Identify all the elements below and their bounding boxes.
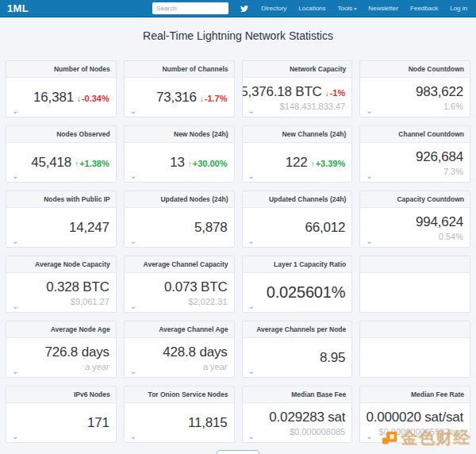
- stat-card-body: 73,316 ↓-1.7% ⌄: [125, 78, 234, 117]
- expand-chevron-icon[interactable]: ⌄: [248, 172, 255, 180]
- stat-card-header: [360, 256, 470, 273]
- stat-value: 66,012: [305, 220, 345, 236]
- change-percent: -1%: [330, 88, 346, 98]
- stat-card-header: Nodes Observed: [6, 126, 116, 143]
- expand-chevron-icon[interactable]: ⌄: [366, 237, 372, 245]
- chevron-down-icon: ▾: [354, 6, 356, 11]
- stat-value: 5,376.18 BTC: [242, 84, 322, 100]
- expand-chevron-icon[interactable]: ⌄: [248, 367, 255, 375]
- stat-card: Node Countdown 983,622 1.6% ⌄: [359, 60, 470, 117]
- stat-value-line: 726.8 days: [45, 344, 109, 360]
- stats-grid: Number of Nodes 16,381 ↓-0.34% ⌄ Number …: [0, 60, 476, 443]
- stat-card-title: Updated Nodes (24h): [160, 195, 228, 203]
- stat-card-body: 66,012 ⌄: [243, 208, 352, 247]
- stat-secondary-value: 1.6%: [443, 102, 463, 111]
- stat-card-body: [360, 273, 470, 312]
- stat-card-body: 5,376.18 BTC ↓-1% $148,431,833.47 ⌄: [243, 78, 352, 117]
- nav-item-directory[interactable]: Directory: [261, 5, 286, 12]
- stat-card: Nodes with Public IP 14,247 ⌄: [6, 190, 117, 248]
- stat-value: 0.029283 sat: [269, 410, 345, 425]
- expand-chevron-icon[interactable]: ⌄: [130, 237, 136, 245]
- stat-change: ↑+3.39%: [311, 159, 346, 168]
- stat-card-title: Nodes Observed: [56, 130, 110, 138]
- stat-card: IPv6 Nodes 171 ⌄: [6, 386, 117, 443]
- stat-value-line: 926,684: [416, 149, 463, 165]
- stat-card-body: 0.328 BTC $9,061.27 ⌄: [6, 273, 116, 312]
- stat-card: Number of Nodes 16,381 ↓-0.34% ⌄: [6, 60, 117, 117]
- expand-chevron-icon[interactable]: ⌄: [366, 107, 372, 115]
- stat-card-title: Average Channels per Node: [256, 325, 346, 333]
- stat-card-header: Median Base Fee: [243, 387, 352, 403]
- stat-card-body: 983,622 1.6% ⌄: [360, 78, 470, 117]
- stat-value: 5,878: [194, 220, 228, 236]
- expand-chevron-icon[interactable]: ⌄: [12, 172, 18, 180]
- nav-item-newsletter[interactable]: Newsletter: [368, 5, 398, 12]
- stat-card-header: Node Countdown: [360, 61, 470, 78]
- stat-card-title: Network Capacity: [290, 65, 346, 73]
- stat-card-body: 45,418 ↑+1.38% ⌄: [6, 143, 116, 182]
- stat-card-header: Number of Nodes: [6, 61, 116, 78]
- change-percent: +3.39%: [316, 159, 346, 168]
- stat-card-body: 726.8 days a year ⌄: [6, 338, 116, 377]
- more-button-partial[interactable]: [217, 450, 259, 454]
- stat-card-header: Average Node Capacity: [6, 256, 116, 273]
- logo-1ml[interactable]: 1ML: [7, 2, 29, 14]
- stat-value-line: 8.95: [320, 350, 345, 366]
- stat-value-line: 0.073 BTC: [164, 279, 227, 295]
- nav-item-feedback[interactable]: Feedback: [410, 5, 438, 12]
- stat-card-body: 0.029283 sat $0.000008085 ⌄: [243, 403, 352, 442]
- expand-chevron-icon[interactable]: ⌄: [248, 107, 255, 115]
- expand-chevron-icon[interactable]: ⌄: [130, 367, 136, 375]
- stat-card-title: Channel Countdown: [398, 130, 464, 138]
- expand-chevron-icon[interactable]: ⌄: [12, 107, 18, 115]
- stat-card-header: Updated Channels (24h): [243, 191, 352, 208]
- twitter-icon[interactable]: [240, 5, 248, 13]
- expand-chevron-icon[interactable]: ⌄: [12, 433, 18, 441]
- page-title: Real-Time Lightning Network Statistics: [0, 29, 476, 42]
- stat-card-body: 0.025601% ⌄: [243, 273, 352, 312]
- search-input[interactable]: [152, 2, 228, 14]
- stat-card: New Channels (24h) 122 ↑+3.39% ⌄: [242, 125, 353, 183]
- stat-value: 122: [286, 155, 308, 171]
- expand-chevron-icon[interactable]: ⌄: [12, 367, 18, 375]
- stat-card-header: IPv6 Nodes: [6, 387, 116, 403]
- change-arrow-icon: ↑: [311, 160, 315, 168]
- stat-card-body: 171 ⌄: [6, 403, 116, 442]
- expand-chevron-icon[interactable]: ⌄: [248, 433, 255, 441]
- stat-card-header: Average Channel Capacity: [125, 256, 234, 273]
- stat-card: Layer 1 Capacity Ratio 0.025601% ⌄: [242, 256, 353, 313]
- expand-chevron-icon[interactable]: ⌄: [130, 172, 136, 180]
- stat-change: ↑+1.38%: [75, 159, 109, 168]
- stat-card: Number of Channels 73,316 ↓-1.7% ⌄: [124, 60, 235, 117]
- stat-card: Network Capacity 5,376.18 BTC ↓-1% $148,…: [242, 60, 353, 117]
- stat-card-body: 14,247 ⌄: [6, 208, 116, 247]
- stat-card-header: Nodes with Public IP: [6, 191, 116, 208]
- stat-secondary-value: $0.000000005522/sat: [379, 427, 463, 437]
- stat-change: ↓-1.7%: [200, 94, 228, 103]
- expand-chevron-icon[interactable]: ⌄: [248, 237, 255, 245]
- expand-chevron-icon[interactable]: ⌄: [366, 172, 372, 180]
- change-arrow-icon: ↓: [200, 94, 204, 103]
- stat-value: 8.95: [320, 350, 345, 366]
- nav-item-locations[interactable]: Locations: [298, 5, 325, 12]
- stat-card: Tor Onion Service Nodes 11,815 ⌄: [124, 386, 235, 443]
- stat-card-header: Channel Countdown: [360, 126, 470, 143]
- stat-card-title: New Channels (24h): [282, 130, 346, 138]
- stat-value: 0.000020 sat/sat: [366, 410, 463, 425]
- stat-card-header: Average Node Age: [6, 321, 116, 338]
- expand-chevron-icon[interactable]: ⌄: [130, 302, 136, 310]
- stat-value-line: 73,316 ↓-1.7%: [156, 90, 228, 106]
- expand-chevron-icon[interactable]: ⌄: [248, 302, 255, 310]
- stat-card-title: Number of Nodes: [54, 65, 110, 73]
- expand-chevron-icon[interactable]: ⌄: [130, 107, 136, 115]
- expand-chevron-icon[interactable]: ⌄: [12, 302, 18, 310]
- nav-item-login[interactable]: Log in: [450, 5, 467, 12]
- expand-chevron-icon[interactable]: ⌄: [12, 237, 18, 245]
- expand-chevron-icon[interactable]: ⌄: [366, 433, 372, 441]
- stat-card-body: 428.8 days a year ⌄: [125, 338, 234, 377]
- stat-value-line: 16,381 ↓-0.34%: [33, 90, 109, 106]
- expand-chevron-icon[interactable]: ⌄: [130, 433, 136, 441]
- stat-secondary-value: a year: [203, 362, 228, 371]
- nav-item-tools[interactable]: Tools▾: [338, 5, 357, 12]
- stat-value-line: 5,376.18 BTC ↓-1%: [242, 84, 346, 100]
